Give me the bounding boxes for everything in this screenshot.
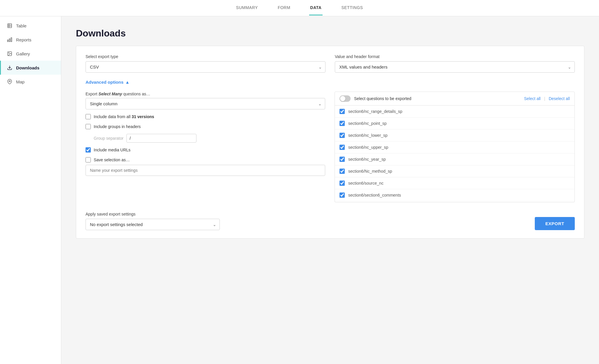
question-name: section6/nc_upper_sp (348, 145, 388, 150)
advanced-options-label: Advanced options (86, 80, 123, 85)
export-type-row: Select export type CSV XLS KML ZIP (GeoJ… (86, 54, 575, 73)
question-checkbox[interactable] (339, 121, 345, 126)
question-checkbox[interactable] (339, 192, 345, 198)
question-checkbox[interactable] (339, 169, 345, 174)
question-checkbox[interactable] (339, 109, 345, 114)
table-icon (7, 23, 13, 29)
include-groups-label: Include groups in headers (94, 124, 141, 129)
question-name: section6/Nc_method_sp (348, 169, 392, 174)
include-media-urls-label: Include media URLs (94, 148, 130, 152)
include-media-urls-checkbox-row[interactable]: Include media URLs (86, 147, 325, 153)
value-header-select[interactable]: XML values and headers Labels only XML v… (335, 61, 575, 73)
select-many-select[interactable]: Single column Multiple columns (86, 98, 325, 109)
question-item[interactable]: section6/nc_range_details_sp (335, 106, 574, 118)
downloads-card: Select export type CSV XLS KML ZIP (GeoJ… (76, 46, 584, 239)
sidebar: TableReportsGalleryDownloadsMap (0, 16, 61, 364)
value-header-label: Value and header format (335, 54, 575, 59)
advanced-options-chevron-icon: ▲ (125, 80, 130, 85)
download-icon (7, 65, 13, 71)
export-name-input[interactable] (86, 165, 325, 176)
sidebar-item-gallery[interactable]: Gallery (0, 47, 61, 61)
select-many-select-wrapper: Single column Multiple columns ⌄ (86, 98, 325, 109)
question-item[interactable]: section6/Nc_method_sp (335, 165, 574, 177)
top-nav-item-form[interactable]: FORM (276, 1, 291, 15)
question-item[interactable]: section6/nc_upper_sp (335, 141, 574, 153)
main-content: Downloads Select export type CSV XLS KML… (61, 16, 599, 364)
top-nav-item-summary[interactable]: SUMMARY (235, 1, 259, 15)
include-groups-checkbox-row[interactable]: Include groups in headers (86, 124, 325, 129)
select-many-group: Export Select Many questions as… Single … (86, 92, 325, 109)
svg-rect-0 (8, 24, 12, 28)
question-item[interactable]: section7/section7_note (335, 201, 574, 202)
select-many-italic: Select Many (98, 92, 122, 96)
question-name: section6/nc_year_sp (348, 157, 386, 162)
sidebar-item-label: Downloads (16, 65, 39, 70)
question-item[interactable]: section6/section6_comments (335, 189, 574, 201)
questions-toggle[interactable] (339, 95, 351, 102)
deselect-all-link[interactable]: Deselect all (549, 96, 570, 101)
saved-settings-label: Apply saved export settings (86, 212, 220, 216)
questions-header: Select questions to be exported Select a… (335, 92, 574, 106)
include-groups-checkbox[interactable] (86, 124, 91, 129)
question-name: section6/nc_range_details_sp (348, 109, 402, 114)
top-nav-item-settings[interactable]: SETTINGS (340, 1, 364, 15)
image-icon (7, 51, 13, 57)
include-versions-checkbox-row[interactable]: Include data from all 31 versions (86, 114, 325, 119)
question-checkbox[interactable] (339, 181, 345, 186)
save-selection-label: Save selection as… (94, 158, 130, 162)
export-type-select[interactable]: CSV XLS KML ZIP (GeoJSON) (86, 61, 325, 73)
svg-rect-6 (8, 40, 8, 42)
question-item[interactable]: section6/nc_year_sp (335, 153, 574, 165)
include-versions-checkbox[interactable] (86, 114, 91, 119)
saved-settings-group: Apply saved export settings No export se… (86, 212, 220, 230)
export-type-group: Select export type CSV XLS KML ZIP (GeoJ… (86, 54, 325, 73)
question-name: section6/section6_comments (348, 193, 401, 197)
main-layout: TableReportsGalleryDownloadsMap Download… (0, 16, 599, 364)
sidebar-item-downloads[interactable]: Downloads (0, 61, 61, 75)
svg-rect-4 (11, 38, 12, 42)
questions-header-label: Select questions to be exported (354, 96, 520, 101)
save-selection-row: Save selection as… (86, 157, 325, 176)
export-button[interactable]: EXPORT (535, 217, 575, 230)
divider-pipe: | (544, 96, 545, 101)
question-checkbox[interactable] (339, 145, 345, 150)
question-items-container: section6/nc_range_details_spsection6/nc_… (335, 106, 574, 202)
advanced-options-toggle[interactable]: Advanced options ▲ (86, 80, 130, 85)
group-separator-row: Group separator (86, 134, 325, 143)
sidebar-item-label: Map (16, 79, 25, 84)
sidebar-item-label: Table (16, 23, 27, 28)
question-checkbox[interactable] (339, 133, 345, 138)
sidebar-item-label: Reports (16, 37, 32, 42)
export-type-select-wrapper: CSV XLS KML ZIP (GeoJSON) ⌄ (86, 61, 325, 73)
bottom-section: Apply saved export settings No export se… (86, 212, 575, 230)
question-item[interactable]: section6/nc_point_sp (335, 118, 574, 130)
saved-settings-select[interactable]: No export settings selected (86, 219, 220, 230)
group-separator-input[interactable] (126, 134, 196, 143)
sidebar-item-reports[interactable]: Reports (0, 33, 61, 47)
bar-chart-icon (7, 37, 13, 43)
include-versions-label: Include data from all 31 versions (94, 114, 154, 119)
save-selection-checkbox[interactable] (86, 157, 91, 162)
question-name: section6/nc_point_sp (348, 121, 387, 126)
advanced-left: Export Select Many questions as… Single … (86, 92, 325, 202)
svg-point-10 (9, 80, 11, 82)
page-title: Downloads (76, 28, 584, 39)
save-selection-checkbox-row[interactable]: Save selection as… (86, 157, 325, 162)
value-header-select-wrapper: XML values and headers Labels only XML v… (335, 61, 575, 73)
svg-point-8 (8, 52, 9, 53)
group-separator-label: Group separator (94, 136, 123, 141)
top-nav-item-data[interactable]: DATA (309, 1, 323, 15)
select-all-link[interactable]: Select all (524, 96, 541, 101)
sidebar-item-table[interactable]: Table (0, 19, 61, 33)
export-type-label: Select export type (86, 54, 325, 59)
question-item[interactable]: section6/source_nc (335, 177, 574, 189)
svg-rect-5 (9, 39, 10, 42)
value-header-group: Value and header format XML values and h… (335, 54, 575, 73)
saved-settings-select-wrapper: No export settings selected ⌄ (86, 219, 220, 230)
question-name: section6/nc_lower_sp (348, 133, 388, 138)
sidebar-item-map[interactable]: Map (0, 75, 61, 89)
question-checkbox[interactable] (339, 157, 345, 162)
top-navigation: SUMMARYFORMDATASETTINGS (0, 0, 599, 16)
include-media-urls-checkbox[interactable] (86, 147, 91, 153)
question-item[interactable]: section6/nc_lower_sp (335, 130, 574, 141)
